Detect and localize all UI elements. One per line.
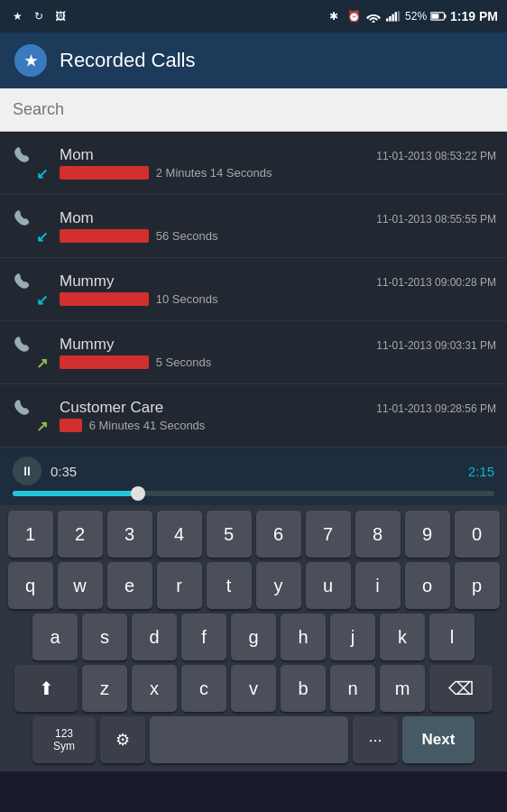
key-l[interactable]: l [429, 614, 475, 660]
search-input[interactable] [13, 100, 494, 119]
key-h[interactable]: h [281, 614, 326, 660]
call-name: Mom [60, 209, 94, 227]
app-header: ★ Recorded Calls [0, 32, 507, 88]
key-p[interactable]: p [455, 562, 500, 609]
svg-rect-0 [386, 18, 388, 21]
key-k[interactable]: k [380, 614, 425, 660]
key-9[interactable]: 9 [405, 511, 450, 558]
star-icon: ★ [9, 8, 25, 24]
battery-percent: 52% [405, 10, 427, 23]
call-icon-wrap: ↗ [11, 333, 51, 373]
key-u[interactable]: u [306, 562, 351, 609]
call-info: Mummy 11-01-2013 09:03:31 PM 91998819919… [60, 336, 496, 369]
call-duration: 6 Minutes 41 Seconds [89, 419, 206, 432]
key-s[interactable]: s [82, 614, 127, 660]
key-1[interactable]: 1 [8, 511, 53, 558]
call-item[interactable]: ↙ Mummy 11-01-2013 09:00:28 PM 919988199… [0, 258, 507, 321]
progress-bar[interactable] [13, 491, 494, 496]
call-direction-icon: ↙ [32, 228, 51, 246]
next-button[interactable]: Next [402, 716, 475, 763]
key-5[interactable]: 5 [207, 511, 252, 558]
key-0[interactable]: 0 [455, 511, 500, 558]
call-duration: 5 Seconds [156, 355, 211, 369]
keyboard-row-numbers: 1234567890 [4, 511, 503, 558]
signal-icon [385, 8, 401, 24]
keyboard-row-zxcv: ⬆zxcvbnm⌫ [4, 665, 503, 712]
key-n[interactable]: n [330, 665, 375, 712]
call-direction-icon: ↙ [32, 165, 51, 183]
pause-button[interactable] [13, 457, 41, 485]
key-7[interactable]: 7 [306, 511, 351, 558]
key-8[interactable]: 8 [355, 511, 401, 558]
call-list: ↙ Mom 11-01-2013 08:53:22 PM 91985558991… [0, 132, 507, 448]
key-4[interactable]: 4 [157, 511, 202, 558]
key-t[interactable]: t [207, 562, 252, 609]
call-name: Mummy [60, 272, 114, 291]
key-b[interactable]: b [281, 665, 326, 712]
key-q[interactable]: q [8, 562, 53, 609]
call-info: Mom 11-01-2013 08:55:55 PM 919855589915 … [60, 209, 496, 243]
player-bar: 0:35 2:15 [0, 448, 507, 505]
backspace-key[interactable]: ⌫ [429, 665, 493, 712]
alarm-icon: ⏰ [346, 8, 362, 24]
settings-key[interactable]: ⚙ [100, 716, 145, 763]
call-duration: 2 Minutes 14 Seconds [156, 166, 272, 180]
svg-rect-7 [431, 14, 438, 19]
search-bar[interactable] [0, 88, 507, 132]
key-6[interactable]: 6 [256, 511, 301, 558]
key-r[interactable]: r [157, 562, 202, 609]
recycle-icon: ↻ [31, 8, 47, 24]
call-direction-icon: ↙ [32, 291, 51, 309]
call-icon-wrap: ↙ [11, 270, 51, 309]
call-number: 919855589915 [60, 229, 149, 243]
battery-icon [430, 8, 447, 24]
key-y[interactable]: y [256, 562, 301, 609]
call-icon-wrap: ↙ [11, 207, 51, 246]
app-logo: ★ [14, 44, 47, 77]
page-title: Recorded Calls [60, 49, 195, 72]
key-2[interactable]: 2 [58, 511, 103, 558]
wifi-icon [365, 8, 382, 24]
space-key[interactable] [150, 716, 348, 763]
key-j[interactable]: j [330, 614, 375, 660]
key-x[interactable]: x [132, 665, 177, 712]
status-time: 1:19 PM [450, 9, 498, 23]
call-item[interactable]: ↗ Customer Care 11-01-2013 09:28:56 PM 1… [0, 384, 507, 448]
key-g[interactable]: g [231, 614, 276, 660]
progress-fill [13, 491, 138, 496]
call-direction-icon: ↗ [32, 418, 51, 436]
call-info: Mom 11-01-2013 08:53:22 PM 919855589915 … [60, 146, 496, 180]
shift-key[interactable]: ⬆ [14, 665, 78, 712]
call-info: Mummy 11-01-2013 09:00:28 PM 91998819919… [60, 272, 496, 306]
call-direction-icon: ↗ [32, 355, 51, 373]
svg-rect-2 [392, 14, 393, 22]
key-e[interactable]: e [107, 562, 152, 609]
key-c[interactable]: c [181, 665, 226, 712]
progress-thumb[interactable] [131, 486, 145, 501]
key-w[interactable]: w [58, 562, 103, 609]
keyboard-row-qwerty: qwertyuiop [4, 562, 503, 609]
key-v[interactable]: v [231, 665, 276, 712]
key-i[interactable]: i [355, 562, 401, 609]
key-z[interactable]: z [82, 665, 127, 712]
call-name: Mom [60, 146, 94, 164]
sym-key[interactable]: 123Sym [32, 716, 96, 763]
key-a[interactable]: a [32, 614, 78, 660]
call-number: 919988199192 [60, 292, 149, 306]
key-d[interactable]: d [132, 614, 177, 660]
key-m[interactable]: m [380, 665, 425, 712]
key-o[interactable]: o [405, 562, 450, 609]
call-date: 11-01-2013 08:55:55 PM [376, 213, 496, 226]
key-3[interactable]: 3 [107, 511, 152, 558]
call-item[interactable]: ↙ Mom 11-01-2013 08:55:55 PM 91985558991… [0, 195, 507, 258]
bluetooth-icon: ✱ [326, 8, 342, 24]
keyboard: 1234567890 qwertyuiop asdfghjkl ⬆zxcvbnm… [0, 505, 507, 771]
call-item[interactable]: ↙ Mom 11-01-2013 08:53:22 PM 91985558991… [0, 132, 507, 195]
player-current-time: 0:35 [51, 464, 77, 479]
status-right: ✱ ⏰ 52% 1:19 PM [326, 8, 498, 24]
status-icons-left: ★ ↻ 🖼 [9, 8, 69, 24]
dots-key[interactable]: ··· [353, 716, 398, 763]
call-name: Customer Care [60, 399, 163, 417]
call-item[interactable]: ↗ Mummy 11-01-2013 09:03:31 PM 919988199… [0, 321, 507, 384]
key-f[interactable]: f [181, 614, 226, 660]
